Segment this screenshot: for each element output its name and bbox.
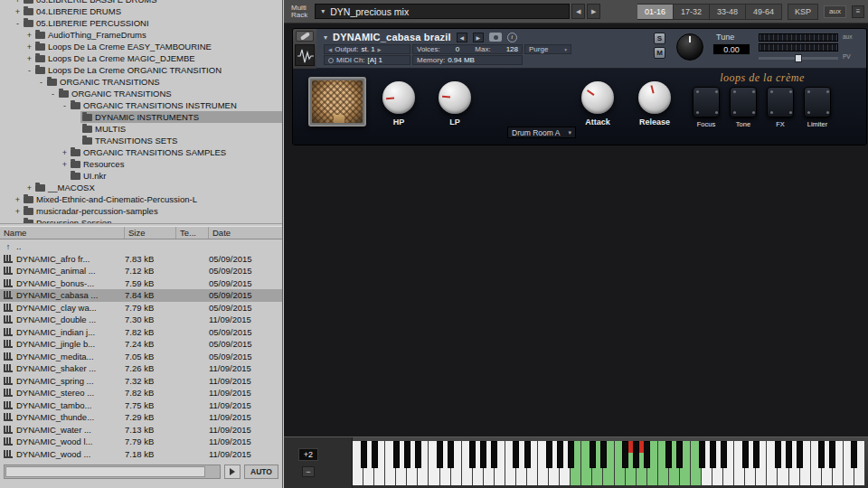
piano-black-key[interactable] [600, 441, 607, 468]
tree-item[interactable]: MULTIS [0, 123, 282, 135]
aux-toggle-button[interactable]: aux [824, 5, 846, 18]
filter-knob[interactable] [382, 81, 415, 114]
instrument-title[interactable]: DYNAMIC_cabasa brazil [333, 32, 451, 42]
horizontal-scrollbar[interactable] [4, 465, 221, 479]
piano-black-key[interactable] [775, 441, 781, 468]
tree-item[interactable]: + Loops De La Creme EASY_TAMBOURINE [0, 41, 282, 52]
tree-item[interactable]: + Mixed-Ethnic-and-Cinematic-Percussion-… [0, 193, 282, 205]
tree-item[interactable]: - ORGANIC TRANSITIONS [0, 88, 282, 99]
envelope-knob[interactable] [581, 81, 614, 114]
multi-name-dropdown[interactable]: ▾ DYN_precious mix [315, 4, 570, 19]
tree-expander[interactable]: + [25, 183, 33, 192]
output-selector[interactable]: ◀ Output: st. 1 ▶ [324, 44, 410, 54]
aux-tag[interactable]: aux [843, 33, 852, 40]
purge-menu[interactable]: Purge ▾ [524, 44, 571, 54]
tree-item[interactable]: + __MACOSX [0, 182, 282, 193]
tree-expander[interactable]: - [37, 78, 45, 87]
piano-black-key[interactable] [404, 441, 410, 468]
piano-black-key[interactable] [753, 441, 760, 468]
fx-pad-button[interactable] [804, 87, 831, 117]
tree-item[interactable]: + AudioThing_FrameDrums [0, 29, 282, 41]
piano-black-key[interactable] [665, 441, 672, 468]
tree-item[interactable]: + musicradar-percussion-samples [0, 205, 282, 217]
file-row[interactable]: DYNAMIC_afro fr... 7.83 kB 05/09/2015 [0, 253, 282, 266]
fx-pad-button[interactable] [693, 87, 720, 117]
tree-expander[interactable]: + [14, 0, 22, 5]
file-row[interactable]: DYNAMIC_double ... 7.30 kB 11/09/2015 [0, 314, 282, 326]
tree-item[interactable]: DYNAMIC INSTRUMENTS [0, 111, 282, 123]
file-row[interactable]: DYNAMIC_cabasa ... 7.84 kB 05/09/2015 [0, 289, 282, 302]
piano-black-key[interactable] [710, 441, 716, 468]
tree-item[interactable]: TRANSITIONS SETS [0, 135, 282, 146]
file-row[interactable]: DYNAMIC_shaker ... 7.26 kB 11/09/2015 [0, 362, 282, 375]
piano-black-key[interactable] [480, 441, 486, 468]
filter-knob[interactable] [439, 81, 471, 114]
piano-black-key[interactable] [557, 441, 563, 468]
tune-knob[interactable] [676, 33, 703, 61]
preview-play-button[interactable] [224, 465, 241, 479]
scrollbar-thumb[interactable] [5, 466, 205, 477]
ksp-button[interactable]: KSP [788, 4, 818, 20]
file-row[interactable]: DYNAMIC_water ... 7.13 kB 11/09/2015 [0, 424, 282, 436]
piano-black-key[interactable] [546, 441, 552, 468]
file-row[interactable]: DYNAMIC_medita... 7.05 kB 05/09/2015 [0, 351, 282, 363]
tree-item[interactable]: Percussion Session [0, 217, 282, 224]
tree-item[interactable]: + Resources [0, 158, 282, 170]
file-row[interactable]: DYNAMIC_jingle b... 7.24 kB 05/09/2015 [0, 338, 282, 351]
piano-black-key[interactable] [448, 441, 454, 468]
prev-instrument-button[interactable]: ◀ [457, 33, 467, 42]
transpose-minus-button[interactable]: − [302, 466, 315, 477]
piano-black-key[interactable] [437, 441, 443, 468]
piano-black-key[interactable] [699, 441, 705, 468]
piano-black-key[interactable] [818, 441, 825, 468]
piano-black-key[interactable] [622, 441, 628, 468]
piano-black-key[interactable] [491, 441, 497, 468]
column-tempo[interactable]: Te... [176, 227, 209, 239]
file-row[interactable]: DYNAMIC_thunde... 7.29 kB 11/09/2015 [0, 411, 282, 424]
tree-expander[interactable]: + [61, 160, 69, 169]
piano-black-key[interactable] [361, 441, 367, 468]
column-size[interactable]: Size [125, 227, 176, 239]
output-next-icon[interactable]: ▶ [378, 47, 382, 52]
piano-black-key[interactable] [851, 441, 857, 468]
piano-black-key[interactable] [797, 441, 803, 468]
tree-item[interactable]: + ORGANIC TRANSITIONS SAMPLES [0, 146, 282, 158]
file-row[interactable]: DYNAMIC_tambo... 7.75 kB 11/09/2015 [0, 399, 282, 412]
piano-black-key[interactable] [524, 441, 531, 468]
tree-expander[interactable]: + [14, 195, 22, 204]
piano-black-key[interactable] [415, 441, 421, 468]
tree-expander[interactable]: + [14, 207, 22, 216]
tree-expander[interactable]: - [49, 89, 57, 99]
info-icon[interactable]: i [507, 33, 517, 42]
rack-page-button[interactable]: 01-16 [637, 4, 674, 20]
piano-black-key[interactable] [513, 441, 519, 468]
pan-slider[interactable] [759, 57, 838, 60]
piano-black-key[interactable] [676, 441, 683, 468]
tree-item[interactable]: - Loops De La Creme ORGANIC TRANSITION [0, 64, 282, 76]
transpose-display[interactable]: +2 [298, 448, 318, 461]
pv-tag[interactable]: PV [843, 53, 851, 60]
prev-multi-button[interactable]: ◀ [571, 4, 585, 19]
tree-expander[interactable]: - [61, 101, 69, 110]
waveform-icon[interactable] [295, 44, 315, 66]
piano-black-key[interactable] [372, 441, 378, 468]
tree-expander[interactable]: + [25, 31, 33, 40]
output-prev-icon[interactable]: ◀ [328, 47, 332, 52]
piano-black-key[interactable] [568, 441, 574, 468]
tree-item[interactable]: + Loops De La Creme MAGIC_DJEMBE [0, 52, 282, 64]
instrument-dropdown-icon[interactable]: ▾ [324, 33, 327, 42]
tree-expander[interactable]: - [25, 66, 33, 75]
tree-item[interactable]: UI.nkr [0, 170, 282, 182]
file-row[interactable]: DYNAMIC_spring ... 7.32 kB 11/09/2015 [0, 375, 282, 388]
mute-button[interactable]: M [654, 47, 665, 59]
file-row[interactable]: DYNAMIC_clay wa... 7.79 kB 05/09/2015 [0, 302, 282, 314]
file-row[interactable]: DYNAMIC_animal ... 7.12 kB 05/09/2015 [0, 265, 282, 277]
file-row[interactable]: DYNAMIC_wood ... 7.18 kB 11/09/2015 [0, 448, 282, 461]
rack-page-button[interactable]: 17-32 [674, 4, 710, 20]
file-row[interactable]: DYNAMIC_stereo ... 7.82 kB 11/09/2015 [0, 387, 282, 399]
snapshot-camera-icon[interactable] [489, 33, 502, 42]
piano-black-key[interactable] [393, 441, 400, 468]
solo-button[interactable]: S [654, 33, 665, 44]
tree-item[interactable]: - 05.LIBRERIE PERCUSSIONI [0, 17, 282, 29]
tree-item[interactable]: - ORGANIC TRANSITIONS [0, 76, 282, 88]
